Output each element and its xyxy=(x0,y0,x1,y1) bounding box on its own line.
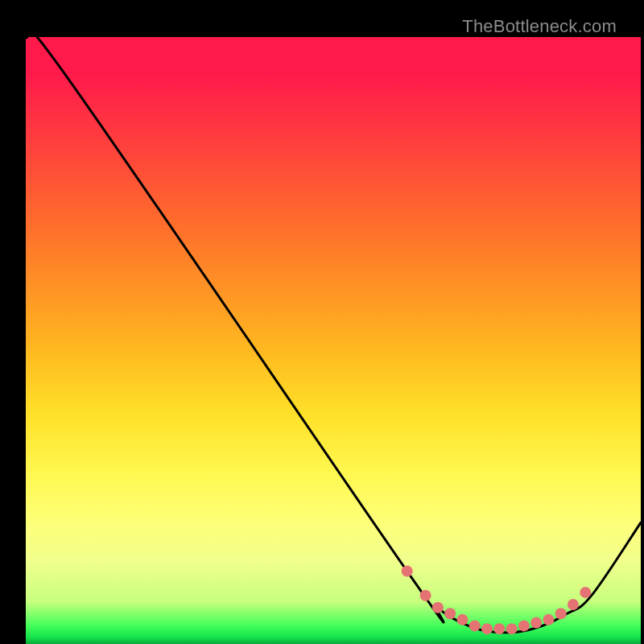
svg-point-3 xyxy=(444,608,456,619)
svg-point-9 xyxy=(518,620,530,631)
svg-point-2 xyxy=(432,602,444,613)
svg-point-14 xyxy=(580,587,591,598)
plot-area xyxy=(26,37,641,644)
svg-point-4 xyxy=(456,614,468,625)
svg-point-0 xyxy=(402,566,413,577)
curve-line xyxy=(26,37,641,633)
svg-point-1 xyxy=(420,590,431,601)
svg-point-8 xyxy=(506,623,518,634)
svg-point-12 xyxy=(555,608,567,619)
svg-point-10 xyxy=(530,617,542,629)
watermark-text: TheBottleneck.com xyxy=(462,16,617,37)
svg-point-13 xyxy=(568,599,579,610)
marker-dots xyxy=(402,566,592,635)
svg-point-7 xyxy=(493,623,505,634)
svg-point-6 xyxy=(481,623,493,634)
chart-svg xyxy=(26,37,641,644)
svg-point-11 xyxy=(543,614,554,625)
chart-frame: TheBottleneck.com xyxy=(11,11,633,633)
svg-point-5 xyxy=(469,620,481,631)
